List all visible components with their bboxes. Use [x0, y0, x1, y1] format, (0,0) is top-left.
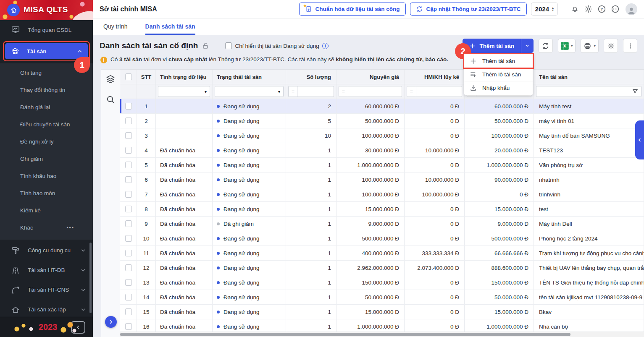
- sidebar-subitem-4[interactable]: Điều chuyển tài sản: [0, 116, 93, 133]
- row-select-cell[interactable]: [120, 246, 137, 260]
- asset-status-filter-select[interactable]: ▾: [215, 86, 284, 97]
- add-asset-button[interactable]: Thêm tài sản: [463, 39, 521, 53]
- row-select-cell[interactable]: [120, 217, 137, 231]
- update-circular-button[interactable]: Cập nhật Thông tư 23/2023/TT-BTC: [410, 3, 527, 16]
- side-panel-flap[interactable]: [635, 120, 644, 159]
- equals-operator[interactable]: =: [289, 86, 298, 97]
- row-checkbox[interactable]: [125, 118, 132, 124]
- in-use-checkbox[interactable]: [225, 42, 232, 49]
- row-checkbox[interactable]: [125, 132, 132, 139]
- info-icon[interactable]: i: [322, 43, 329, 49]
- tab-process[interactable]: Quy trình: [103, 18, 128, 35]
- depreciation-filter-input[interactable]: =: [407, 86, 462, 97]
- row-checkbox[interactable]: [125, 191, 132, 198]
- row-checkbox[interactable]: [125, 103, 132, 110]
- help-icon[interactable]: ?: [597, 5, 606, 14]
- row-select-cell[interactable]: [120, 99, 137, 113]
- row-checkbox[interactable]: [125, 220, 132, 227]
- sidebar-item-bottom-1[interactable]: Công cụ dụng cụ: [0, 240, 93, 260]
- row-select-cell[interactable]: [120, 128, 137, 143]
- settings-gear-icon[interactable]: [584, 5, 593, 14]
- more-options-icon[interactable]: [610, 5, 620, 14]
- equals-operator[interactable]: =: [339, 86, 348, 97]
- row-checkbox[interactable]: [125, 294, 132, 300]
- cost-filter-input[interactable]: =: [339, 86, 402, 97]
- row-select-cell[interactable]: [120, 172, 137, 187]
- menu-item-2[interactable]: Thêm lô tài sản: [464, 68, 533, 81]
- sidebar-subitem-3[interactable]: Đánh giá lại: [0, 99, 93, 116]
- expand-panel-button[interactable]: [105, 316, 117, 328]
- sidebar-subitem-9[interactable]: Kiểm kê: [0, 202, 93, 219]
- sidebar-subitem-10[interactable]: Khác•••: [0, 219, 93, 236]
- table-row[interactable]: 12Đã chuẩn hóaĐang sử dụng12.962.000.000…: [120, 261, 644, 275]
- col-header-stt[interactable]: STT: [137, 70, 156, 84]
- row-select-cell[interactable]: [120, 290, 137, 304]
- row-select-cell[interactable]: [120, 275, 137, 290]
- sidebar-item-bottom-3[interactable]: Tài sản HT-CNS: [0, 280, 93, 300]
- user-avatar[interactable]: [626, 3, 637, 15]
- col-header-original-cost[interactable]: Nguyên giá: [336, 70, 405, 84]
- row-checkbox[interactable]: [125, 323, 132, 330]
- tab-asset-list[interactable]: Danh sách tài sản: [145, 18, 195, 35]
- standardize-data-button[interactable]: ★ Chuẩn hóa dữ liệu tài sản công: [299, 3, 406, 16]
- row-checkbox[interactable]: [125, 235, 132, 242]
- row-select-cell[interactable]: [120, 231, 137, 246]
- unlock-icon[interactable]: [202, 42, 209, 50]
- row-select-cell[interactable]: [120, 261, 137, 275]
- sidebar-item-assets[interactable]: Tài sản: [5, 43, 88, 59]
- row-checkbox[interactable]: [125, 176, 132, 183]
- table-row[interactable]: 13Đã chuẩn hóaĐang sử dụng1150.000.000 Đ…: [120, 275, 644, 290]
- table-row[interactable]: 7Đã chuẩn hóaĐang sử dụng1100.000.000 Đ1…: [120, 187, 644, 202]
- search-icon[interactable]: [105, 94, 116, 104]
- table-row[interactable]: 9Đã chuẩn hóaĐã ghi giảm19.000.000 Đ0 Đ9…: [120, 217, 644, 231]
- table-row[interactable]: 1Đang sử dụng260.000.000 Đ0 Đ60.000.000 …: [120, 99, 644, 114]
- table-row[interactable]: 14Đã chuẩn hóaĐang sử dụng150.000.000 Đ0…: [120, 290, 644, 305]
- table-row[interactable]: 6Đã chuẩn hóaĐang sử dụng1100.000.000 Đ1…: [120, 172, 644, 187]
- col-header-quantity[interactable]: Số lượng: [286, 70, 336, 84]
- year-spinner-icon[interactable]: ▴▾: [552, 7, 554, 12]
- sidebar-subitem-7[interactable]: Tính khấu hao: [0, 167, 93, 185]
- col-header-accum-depreciation[interactable]: HM/KH lũy kế: [405, 70, 465, 84]
- row-checkbox[interactable]: [125, 162, 132, 168]
- quantity-filter-input[interactable]: =: [288, 86, 334, 97]
- row-checkbox[interactable]: [125, 250, 132, 256]
- col-header-data-status[interactable]: Tình trạng dữ liệu: [156, 70, 213, 84]
- row-checkbox[interactable]: [125, 279, 132, 286]
- name-filter-input[interactable]: [536, 86, 641, 97]
- row-checkbox[interactable]: [125, 206, 132, 212]
- sidebar-scrollbar[interactable]: [89, 243, 92, 313]
- table-row[interactable]: 11Đã chuẩn hóaĐang sử dụng1400.000.000 Đ…: [120, 246, 644, 261]
- table-row[interactable]: 15Đã chuẩn hóaĐang sử dụng115.000.000 Đ0…: [120, 305, 644, 319]
- row-select-cell[interactable]: [120, 319, 137, 332]
- year-selector[interactable]: 2024 ▴▾: [531, 3, 558, 16]
- table-row[interactable]: 16Đã chuẩn hóaĐang sử dụng11.000.000.000…: [120, 319, 644, 332]
- row-select-cell[interactable]: [120, 305, 137, 319]
- menu-item-3[interactable]: Nhập khẩu: [464, 81, 533, 94]
- notifications-bell-icon[interactable]: [570, 5, 579, 14]
- menu-item-1[interactable]: Thêm tài sản: [464, 54, 533, 68]
- col-header-asset-name[interactable]: Tên tài sản: [534, 70, 644, 84]
- table-row[interactable]: 3Đang sử dụng10100.000.000 Đ0 Đ100.000.0…: [120, 128, 644, 143]
- row-checkbox[interactable]: [125, 147, 132, 154]
- sidebar-subitem-5[interactable]: Đề nghị xử lý: [0, 133, 93, 150]
- export-excel-button[interactable]: x ▾: [558, 39, 576, 53]
- horizontal-scrollbar-thumb[interactable]: [120, 333, 570, 336]
- col-header-asset-status[interactable]: Trạng thái tài sản: [213, 70, 286, 84]
- select-all-cell[interactable]: [120, 70, 137, 84]
- more-menu-button[interactable]: [623, 39, 637, 53]
- layers-icon[interactable]: [105, 74, 116, 84]
- sidebar-item-overview[interactable]: Tổng quan CSDL: [0, 20, 93, 39]
- row-checkbox[interactable]: [125, 264, 132, 271]
- row-select-cell[interactable]: [120, 187, 137, 201]
- sidebar-item-bottom-2[interactable]: Tài sản HT-ĐB: [0, 260, 93, 280]
- table-settings-button[interactable]: [604, 39, 618, 53]
- sidebar-item-bottom-4[interactable]: Tài sản xác lập: [0, 300, 93, 319]
- row-select-cell[interactable]: [120, 143, 137, 157]
- in-use-filter[interactable]: Chỉ hiển thị tài sản Đang sử dụng i: [225, 42, 328, 49]
- sidebar-subitem-2[interactable]: Thay đổi thông tin: [0, 81, 93, 99]
- table-row[interactable]: 5Đã chuẩn hóaĐang sử dụng11.000.000.000 …: [120, 158, 644, 172]
- row-checkbox[interactable]: [125, 308, 132, 315]
- table-row[interactable]: 10Đã chuẩn hóaĐang sử dụng1500.000.000 Đ…: [120, 231, 644, 246]
- row-select-cell[interactable]: [120, 114, 137, 128]
- print-button[interactable]: ▾: [581, 39, 599, 53]
